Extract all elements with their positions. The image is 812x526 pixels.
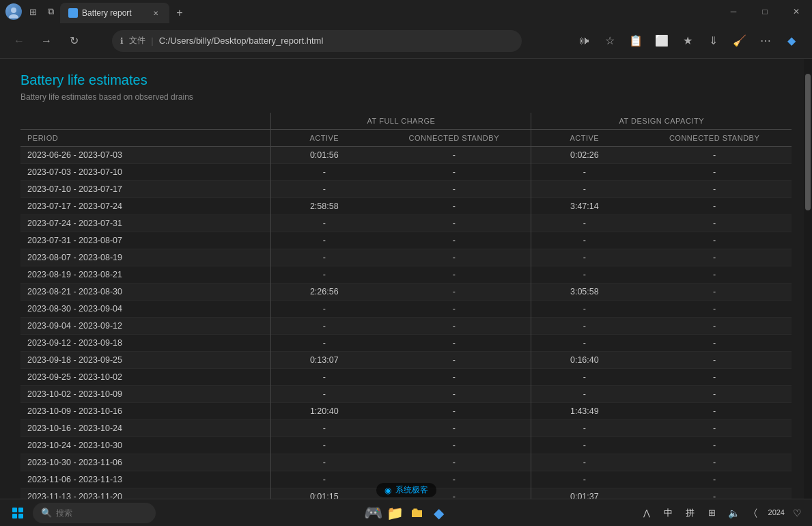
network-icon[interactable]: 〈 xyxy=(746,503,766,523)
battery-table: AT FULL CHARGE AT DESIGN CAPACITY PERIOD… xyxy=(20,113,792,499)
fc-standby-cell: - xyxy=(377,283,531,301)
dc-standby-cell: - xyxy=(637,266,792,283)
taskbar-folder-icon[interactable]: 🖿 xyxy=(408,503,427,523)
section-title: Battery life estimates xyxy=(20,72,792,88)
new-tab-button[interactable]: + xyxy=(169,3,190,23)
favorites-bar-button[interactable]: ★ xyxy=(675,29,700,53)
svg-rect-6 xyxy=(18,514,23,518)
fc-active-cell: - xyxy=(271,454,377,471)
period-col-header: PERIOD xyxy=(20,130,271,147)
tab-list-icon[interactable]: ⊞ xyxy=(26,5,40,18)
table-row: 2023-06-26 - 2023-07-03 0:01:56 - 0:02:2… xyxy=(20,147,792,164)
dc-active-cell: - xyxy=(531,164,637,181)
table-row: 2023-10-30 - 2023-11-06 - - - - xyxy=(20,454,792,471)
fc-standby-cell: - xyxy=(377,164,531,181)
dc-standby-cell: - xyxy=(637,249,792,266)
dc-standby-cell: - xyxy=(637,335,792,352)
extensions-button[interactable]: 🧹 xyxy=(727,29,752,53)
read-aloud-button[interactable]: 🕪 xyxy=(572,29,596,53)
title-bar-right: ─ □ ✕ xyxy=(718,0,812,23)
period-cell: 2023-07-03 - 2023-07-10 xyxy=(20,164,271,181)
scrollbar-thumb[interactable] xyxy=(805,74,811,210)
table-row: 2023-09-12 - 2023-09-18 - - - - xyxy=(20,335,792,352)
fc-standby-cell: - xyxy=(377,386,531,403)
taskbar-chevron-icon[interactable]: ⋀ xyxy=(637,503,656,523)
tab-title: Battery report xyxy=(82,8,132,18)
dc-standby-cell: - xyxy=(637,198,792,215)
taskbar-explorer-icon[interactable]: 📁 xyxy=(386,503,405,523)
svg-rect-3 xyxy=(12,508,17,512)
fc-standby-cell: - xyxy=(377,249,531,266)
period-cell: 2023-07-31 - 2023-08-07 xyxy=(20,232,271,249)
table-row: 2023-09-25 - 2023-10-02 - - - - xyxy=(20,369,792,386)
table-row: 2023-09-18 - 2023-09-25 0:13:07 - 0:16:4… xyxy=(20,352,792,369)
table-row: 2023-10-02 - 2023-10-09 - - - - xyxy=(20,386,792,403)
period-cell: 2023-08-30 - 2023-09-04 xyxy=(20,301,271,318)
lang-icon[interactable]: 中 xyxy=(659,503,678,523)
scrollbar[interactable] xyxy=(804,59,812,499)
svg-point-1 xyxy=(9,14,18,18)
minimize-button[interactable]: ─ xyxy=(718,0,749,23)
file-label: 文件 xyxy=(129,35,145,46)
dc-standby-cell: - xyxy=(637,283,792,301)
dc-active-cell: - xyxy=(531,471,637,488)
info-icon: ℹ xyxy=(120,36,124,46)
edge-icon-button[interactable]: ◆ xyxy=(779,29,804,53)
volume-icon[interactable]: 🔈 xyxy=(725,503,744,523)
address-field[interactable]: ℹ 文件 | C:/Users/billy/Desktop/battery_re… xyxy=(112,30,522,52)
start-button[interactable] xyxy=(5,501,30,525)
dc-standby-cell: - xyxy=(637,386,792,403)
period-cell: 2023-10-30 - 2023-11-06 xyxy=(20,454,271,471)
dc-active-cell: - xyxy=(531,335,637,352)
favorites-button[interactable]: ☆ xyxy=(598,29,622,53)
fc-active-cell: - xyxy=(271,437,377,454)
collections-button[interactable]: 📋 xyxy=(624,29,648,53)
period-group-header xyxy=(20,113,271,130)
fc-standby-cell: - xyxy=(377,215,531,232)
avatar[interactable] xyxy=(5,3,22,20)
back-button[interactable]: ← xyxy=(8,30,30,52)
monitor-icon[interactable]: ⊞ xyxy=(703,503,722,523)
taskbar: 🔍 🎮 📁 🖿 ◆ ⋀ 中 拼 ⊞ 🔈 〈 2024 ♡ xyxy=(0,499,812,526)
downloads-button[interactable]: ⇓ xyxy=(701,29,726,53)
active-tab[interactable]: Battery report ✕ xyxy=(60,3,169,23)
fc-standby-cell: - xyxy=(377,301,531,318)
notification-icon[interactable]: ♡ xyxy=(787,503,807,523)
table-row: 2023-10-16 - 2023-10-24 - - - - xyxy=(20,420,792,437)
fc-active-cell: 0:01:56 xyxy=(271,147,377,164)
period-cell: 2023-08-07 - 2023-08-19 xyxy=(20,249,271,266)
tabs-area: Battery report ✕ + xyxy=(60,0,718,23)
maximize-button[interactable]: □ xyxy=(749,0,781,23)
duplicate-icon[interactable]: ⧉ xyxy=(44,5,57,18)
fc-standby-cell: - xyxy=(377,437,531,454)
fc-active-cell: - xyxy=(271,266,377,283)
fc-standby-cell: - xyxy=(377,454,531,471)
period-cell: 2023-11-13 - 2023-11-20 xyxy=(20,488,271,499)
dc-active-cell: - xyxy=(531,249,637,266)
dc-standby-cell: - xyxy=(637,471,792,488)
fc-active-cell: 2:26:56 xyxy=(271,283,377,301)
table-row: 2023-08-07 - 2023-08-19 - - - - xyxy=(20,249,792,266)
ime-icon[interactable]: 拼 xyxy=(681,503,700,523)
search-input[interactable] xyxy=(56,508,138,518)
refresh-button[interactable]: ↻ xyxy=(63,30,85,52)
svg-rect-2 xyxy=(70,10,76,16)
table-row: 2023-07-17 - 2023-07-24 2:58:58 - 3:47:1… xyxy=(20,198,792,215)
taskbar-edge-icon[interactable]: ◆ xyxy=(430,503,449,523)
fc-standby-cell: - xyxy=(377,335,531,352)
more-menu-button[interactable]: ⋯ xyxy=(753,29,778,53)
tab-close-button[interactable]: ✕ xyxy=(150,8,161,18)
forward-button[interactable]: → xyxy=(36,30,57,52)
close-button[interactable]: ✕ xyxy=(781,0,812,23)
fc-standby-cell: - xyxy=(377,318,531,335)
period-cell: 2023-08-19 - 2023-08-21 xyxy=(20,266,271,283)
dc-active-cell: 0:01:37 xyxy=(531,488,637,499)
taskbar-game-icon[interactable]: 🎮 xyxy=(364,503,383,523)
split-screen-button[interactable]: ⬜ xyxy=(649,29,674,53)
table-row: 2023-09-04 - 2023-09-12 - - - - xyxy=(20,318,792,335)
search-bar[interactable]: 🔍 xyxy=(33,503,156,523)
svg-rect-5 xyxy=(12,514,17,518)
dc-standby-cell: - xyxy=(637,147,792,164)
fc-standby-col-header: CONNECTED STANDBY xyxy=(377,130,531,147)
fc-standby-cell: - xyxy=(377,369,531,386)
